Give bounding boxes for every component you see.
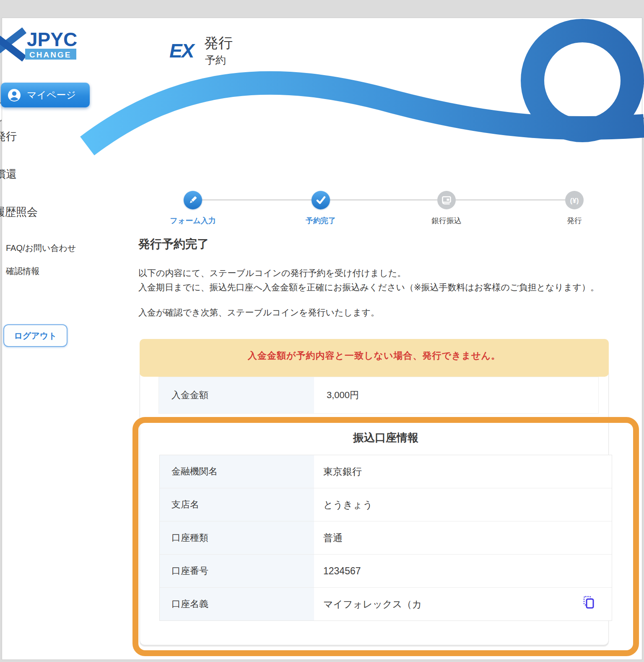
summary-table: 入金金額 3,000円 [158,377,599,414]
step-label-issue: 発行 [528,216,621,226]
page-title: 発行 [204,34,233,53]
account-section-title: 振込口座情報 [138,430,633,445]
pencil-icon [188,195,198,205]
step-circle-form-input [184,191,202,209]
step-circle-reserved [312,191,330,209]
logo-sub-text: CHANGE [29,50,71,59]
bank-card-icon [441,195,452,205]
svg-text:(¥): (¥) [570,197,579,205]
account-row-label: 口座番号 [160,555,314,587]
step-label-form-input: フォーム入力 [147,216,239,226]
yen-icon: (¥) [567,195,582,205]
sidebar-item-history[interactable]: 履歴照会 [0,205,38,219]
intro-paragraph: 以下の内容にて、ステーブルコインの発行予約を受け付けました。 入金期日までに、振… [138,266,599,295]
warning-text: 入金金額が予約内容と一致しない場合、発行できません。 [248,350,501,361]
account-row-value: 普通 [314,521,612,554]
table-row: 口座名義 マイフォレックス（カ [160,588,612,620]
table-row: 口座種類 普通 [160,521,612,555]
sidebar-item-issue[interactable]: 発行 [0,129,17,144]
intro-line-2: 入金期日までに、振込先口座へ入金金額を正確にお振込みください（※振込手数料はお客… [138,280,599,295]
copy-icon [582,595,596,610]
account-row-label: 口座名義 [160,588,314,620]
check-icon [315,195,326,205]
account-row-label: 口座種類 [160,521,314,554]
summary-row-value: 3,000円 [314,377,359,413]
account-row-label: 金融機関名 [160,455,314,488]
table-row: 口座番号 1234567 [160,555,612,588]
step-circle-issue: (¥) [565,191,584,209]
account-row-value: 1234567 [314,555,612,587]
logout-button[interactable]: ログアウト [3,324,68,347]
step-label-bank-transfer: 銀行振込 [400,216,493,226]
page-subtitle: 予約 [205,53,226,67]
section-heading: 発行予約完了 [138,236,209,252]
copy-account-name-button[interactable] [581,595,596,611]
mypage-label: マイページ [27,89,76,102]
ex-logo: EX [169,39,193,62]
account-table: 金融機関名 東京銀行 支店名 とうきょう 口座種類 普通 口座番号 123456… [159,455,612,621]
step-circle-bank-transfer [437,191,456,209]
account-row-label: 支店名 [160,488,314,521]
mypage-button[interactable]: マイページ [1,83,90,107]
warning-banner: 入金金額が予約内容と一致しない場合、発行できません。 [140,339,609,377]
table-row: 金融機関名 東京銀行 [160,455,612,488]
sidebar-item-confirm-info[interactable]: 確認情報 [6,266,39,277]
stepper-track [193,199,574,201]
summary-row-label: 入金金額 [159,377,314,413]
sidebar-item-redeem[interactable]: 償還 [0,167,17,182]
step-label-reserved: 予約完了 [275,216,367,226]
account-row-value: とうきょう [314,488,612,521]
table-row: 支店名 とうきょう [160,488,612,521]
account-row-value: マイフォレックス（カ [314,588,612,620]
sidebar-item-faq[interactable]: FAQ/お問い合わせ [6,242,76,254]
jpyc-change-logo: JPYC CHANGE [0,25,84,62]
intro-line-1: 以下の内容にて、ステーブルコインの発行予約を受け付けました。 [138,266,599,280]
user-icon [7,88,22,103]
issue-note-paragraph: 入金が確認でき次第、ステーブルコインを発行いたします。 [138,305,379,320]
logo-brand-text: JPYC [27,29,77,50]
account-row-value: 東京銀行 [314,455,612,488]
